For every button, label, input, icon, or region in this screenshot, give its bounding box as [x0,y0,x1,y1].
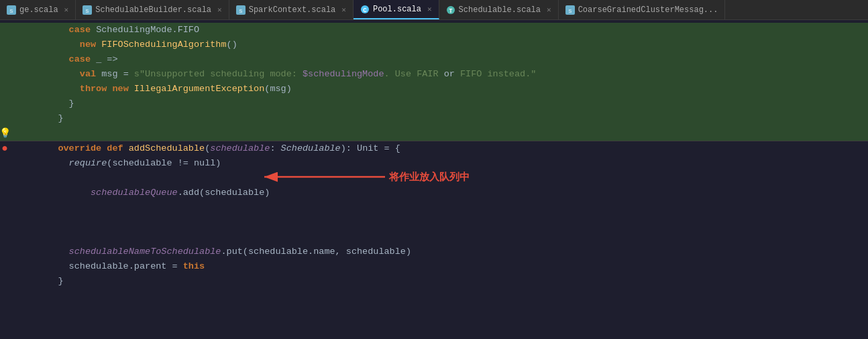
tab-icon-spark: S [236,5,246,15]
bulb-icon: 💡 [0,126,11,141]
tab-label-ge: ge.scala [19,5,58,15]
line-text-6: } [36,96,868,111]
code-line-7: } [0,111,868,126]
tab-label-builder: SchedulableBuilder.scala [95,5,211,15]
line-text-11: schedulableQueue.add(schedulable) 将作业放入队… [36,171,868,245]
tab-bar: S ge.scala ✕ S SchedulableBuilder.scala … [0,0,868,20]
line-indicator-bulb: 💡 [0,126,9,141]
tab-icon-builder: S [83,5,92,15]
tab-coarse-grained[interactable]: S CoarseGrainedClusterMessag... [559,0,726,19]
tab-icon-coarse: S [565,5,575,15]
close-pool-button[interactable]: ✕ [427,5,432,13]
tab-icon-pool: C [360,5,370,14]
code-line-6: } [0,96,868,111]
tab-label-schedulable: Schedulable.scala [459,5,541,15]
dot-add: .add(schedulable) [178,188,270,198]
svg-text:S: S [239,8,242,14]
code-line-5: throw new IllegalArgumentException(msg) [0,82,868,96]
tab-label-spark: SparkContext.scala [249,5,336,15]
line-indicator-9: ● [0,141,9,156]
line-text-12: schedulableNameToSchedulable.put(schedul… [36,245,868,259]
tab-icon-schedulable: T [446,5,455,15]
tab-spark-context[interactable]: S SparkContext.scala ✕ [229,0,354,19]
code-line-14: } [0,274,868,289]
tab-icon-ge: S [7,5,16,15]
tab-label-pool: Pool.scala [373,5,421,14]
close-ge-button[interactable]: ✕ [64,5,69,14]
close-schedulable-button[interactable]: ✕ [547,5,551,14]
code-line-4: val msg = s"Unsupported scheduling mode:… [0,67,868,82]
line-text-2: new FIFOSchedulingAlgorithm() [36,38,868,52]
tab-schedulable[interactable]: T Schedulable.scala ✕ [439,0,559,19]
code-line-1: case SchedulingMode.FIFO [0,23,868,38]
svg-text:S: S [10,8,13,14]
editor-root: S ge.scala ✕ S SchedulableBuilder.scala … [0,0,868,339]
svg-text:C: C [363,7,367,14]
tab-ge-scala[interactable]: S ge.scala ✕ [0,0,76,19]
line-text-10: require(schedulable != null) [36,156,868,171]
schedulable-queue-var: schedulableQueue [91,188,178,198]
tab-schedulable-builder[interactable]: S SchedulableBuilder.scala ✕ [76,0,229,19]
arrow-annotation: 将作业放入队列中 [251,170,470,184]
breakpoint-marker: ● [1,141,8,156]
line-text-7: } [36,111,868,126]
line-text-4: val msg = s"Unsupported scheduling mode:… [36,67,868,82]
tab-pool[interactable]: C Pool.scala ✕ [354,0,439,19]
code-editor: case SchedulingMode.FIFO new FIFOSchedul… [0,20,868,339]
code-line-10: require(schedulable != null) [0,156,868,171]
tab-label-coarse: CoarseGrainedClusterMessag... [578,5,718,15]
code-line-2: new FIFOSchedulingAlgorithm() [0,38,868,52]
code-line-9: ● override def addSchedulable(schedulabl… [0,141,868,156]
line-text-5: throw new IllegalArgumentException(msg) [36,82,868,96]
code-line-3: case _ => [0,52,868,67]
line-text-13: schedulable.parent = this [36,259,868,274]
red-arrow-svg [251,170,385,184]
close-spark-button[interactable]: ✕ [341,5,346,14]
line-text-14: } [36,274,868,289]
svg-text:S: S [86,8,89,14]
code-line-8: 💡 [0,126,868,141]
code-line-13: schedulable.parent = this [0,259,868,274]
close-builder-button[interactable]: ✕ [217,5,222,14]
svg-text:T: T [449,8,453,15]
line-text-3: case _ => [36,52,868,67]
code-line-12: schedulableNameToSchedulable.put(schedul… [0,245,868,259]
line-text-9: override def addSchedulable(schedulable:… [36,141,868,156]
svg-text:S: S [568,8,572,14]
code-line-11: schedulableQueue.add(schedulable) 将作业放入队… [0,171,868,245]
line-text-1: case SchedulingMode.FIFO [36,23,868,38]
cn-annotation-text: 将作业放入队列中 [389,170,470,184]
code-content[interactable]: case SchedulingMode.FIFO new FIFOSchedul… [0,20,868,339]
